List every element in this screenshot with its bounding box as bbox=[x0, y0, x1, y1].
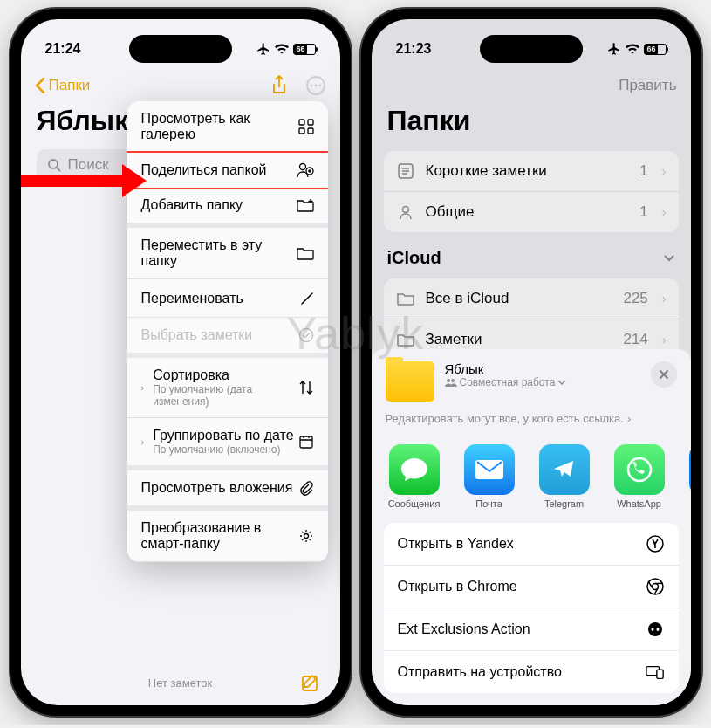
more-icon[interactable] bbox=[305, 75, 326, 96]
callout-arrow bbox=[21, 175, 126, 187]
share-actions-list: Открыть в Yandex Открыть в Chrome Ext Ex… bbox=[384, 523, 679, 693]
svg-rect-5 bbox=[299, 120, 304, 125]
status-time: 21:24 bbox=[45, 41, 81, 57]
svg-point-2 bbox=[314, 85, 317, 87]
app-telegram[interactable]: Telegram bbox=[529, 444, 600, 509]
airplane-icon bbox=[256, 42, 270, 56]
share-sheet: Яблык Совместная работа Редактировать мо… bbox=[372, 349, 691, 705]
svg-point-21 bbox=[628, 458, 651, 481]
app-partial-icon bbox=[689, 444, 691, 495]
battery-icon: 66 bbox=[644, 44, 667, 55]
devices-icon bbox=[646, 663, 665, 682]
right-phone-frame: 21:23 66 Править Папки Короткие заметки … bbox=[361, 9, 701, 716]
list-item[interactable]: Короткие заметки 1 › bbox=[384, 151, 679, 192]
status-icons: 66 bbox=[607, 42, 667, 56]
left-screen: 21:24 66 Папки Яблык Поиск bbox=[21, 19, 340, 705]
chevron-left-icon bbox=[35, 77, 45, 94]
svg-point-11 bbox=[299, 329, 312, 342]
action-ext-exclusions[interactable]: Ext Exclusions Action bbox=[384, 608, 679, 651]
svg-point-1 bbox=[310, 85, 312, 87]
svg-rect-12 bbox=[300, 436, 312, 448]
menu-attachments[interactable]: Просмотреть вложения bbox=[127, 470, 328, 511]
dynamic-island bbox=[129, 35, 232, 63]
share-header: Яблык Совместная работа bbox=[372, 361, 691, 412]
icloud-header[interactable]: iCloud bbox=[372, 232, 691, 271]
sort-icon bbox=[298, 380, 314, 395]
back-label: Папки bbox=[49, 77, 91, 94]
status-icons: 66 bbox=[256, 42, 316, 56]
menu-smart-folder[interactable]: Преобразование в смарт-папку bbox=[127, 511, 328, 562]
folder-thumbnail-icon bbox=[386, 361, 434, 402]
svg-point-19 bbox=[451, 379, 455, 382]
gear-icon bbox=[298, 528, 314, 544]
svg-point-16 bbox=[402, 207, 408, 213]
share-subtitle[interactable]: Совместная работа bbox=[445, 376, 640, 388]
chevron-right-icon: › bbox=[627, 412, 631, 425]
back-button[interactable]: Папки bbox=[35, 77, 91, 94]
chevron-right-icon: › bbox=[141, 436, 145, 447]
shared-icon bbox=[396, 203, 415, 222]
app-more[interactable] bbox=[679, 444, 691, 509]
chevron-down-icon bbox=[557, 380, 566, 385]
mail-icon bbox=[464, 444, 515, 495]
app-mail[interactable]: Почта bbox=[454, 444, 525, 509]
airplane-icon bbox=[607, 42, 621, 56]
svg-point-4 bbox=[49, 160, 58, 168]
wifi-icon bbox=[275, 44, 289, 54]
action-yandex[interactable]: Открыть в Yandex bbox=[384, 523, 679, 566]
messages-icon bbox=[389, 444, 440, 495]
svg-point-13 bbox=[304, 534, 308, 539]
action-chrome[interactable]: Открыть в Chrome bbox=[384, 566, 679, 608]
footer: Нет заметок bbox=[21, 672, 340, 693]
share-description[interactable]: Редактировать могут все, у кого есть ссы… bbox=[372, 412, 691, 437]
svg-point-27 bbox=[656, 628, 659, 631]
whatsapp-icon bbox=[614, 444, 665, 495]
menu-share-folder[interactable]: Поделиться папкой bbox=[127, 151, 328, 189]
svg-rect-6 bbox=[308, 120, 313, 125]
right-screen: 21:23 66 Править Папки Короткие заметки … bbox=[372, 19, 691, 705]
app-messages[interactable]: Сообщения bbox=[379, 444, 450, 509]
pencil-icon bbox=[300, 292, 314, 306]
page-header: Папки bbox=[372, 105, 691, 144]
list-item[interactable]: Все в iCloud 225 › bbox=[384, 278, 679, 319]
chevron-right-icon: › bbox=[662, 292, 667, 306]
close-button[interactable] bbox=[651, 361, 677, 388]
chevron-right-icon: › bbox=[141, 382, 145, 393]
chevron-right-icon: › bbox=[662, 205, 667, 219]
search-icon bbox=[47, 158, 61, 172]
menu-move-to[interactable]: Переместить в эту папку bbox=[127, 228, 328, 279]
share-title: Яблык bbox=[445, 361, 640, 376]
menu-sort[interactable]: › Сортировка По умолчанию (дата изменени… bbox=[127, 358, 328, 418]
menu-select-notes: Выбрать заметки bbox=[127, 318, 328, 358]
people-icon bbox=[445, 378, 457, 387]
chrome-icon bbox=[646, 577, 665, 596]
left-phone-frame: 21:24 66 Папки Яблык Поиск bbox=[10, 9, 351, 716]
menu-rename[interactable]: Переименовать bbox=[127, 279, 328, 318]
search-placeholder: Поиск bbox=[68, 156, 109, 174]
edit-button[interactable]: Править bbox=[619, 77, 676, 94]
nav-right bbox=[270, 75, 326, 96]
share-apps-row: Сообщения Почта Telegram WhatsApp bbox=[372, 437, 691, 523]
compose-icon[interactable] bbox=[300, 672, 321, 693]
folder-plus-icon bbox=[297, 198, 314, 212]
wifi-icon bbox=[626, 44, 639, 54]
menu-add-folder[interactable]: Добавить папку bbox=[127, 188, 328, 228]
menu-group-by-date[interactable]: › Группировать по дате По умолчанию (вкл… bbox=[127, 418, 328, 470]
status-time: 21:23 bbox=[396, 41, 432, 57]
ninja-icon bbox=[646, 620, 665, 639]
svg-point-18 bbox=[447, 379, 450, 382]
share-icon[interactable] bbox=[270, 75, 288, 96]
checkmark-circle-icon bbox=[298, 327, 314, 343]
dynamic-island bbox=[480, 35, 583, 63]
svg-point-3 bbox=[318, 85, 321, 87]
menu-gallery[interactable]: Просмотреть как галерею bbox=[127, 101, 328, 153]
action-send-to-device[interactable]: Отправить на устройство bbox=[384, 651, 679, 693]
chevron-right-icon: › bbox=[662, 164, 667, 178]
chevron-down-icon bbox=[663, 254, 675, 263]
battery-icon: 66 bbox=[293, 44, 316, 55]
svg-rect-29 bbox=[656, 670, 662, 678]
svg-rect-8 bbox=[308, 128, 313, 134]
list-item[interactable]: Общие 1 › bbox=[384, 192, 679, 232]
svg-point-9 bbox=[299, 164, 305, 170]
app-whatsapp[interactable]: WhatsApp bbox=[604, 444, 675, 509]
